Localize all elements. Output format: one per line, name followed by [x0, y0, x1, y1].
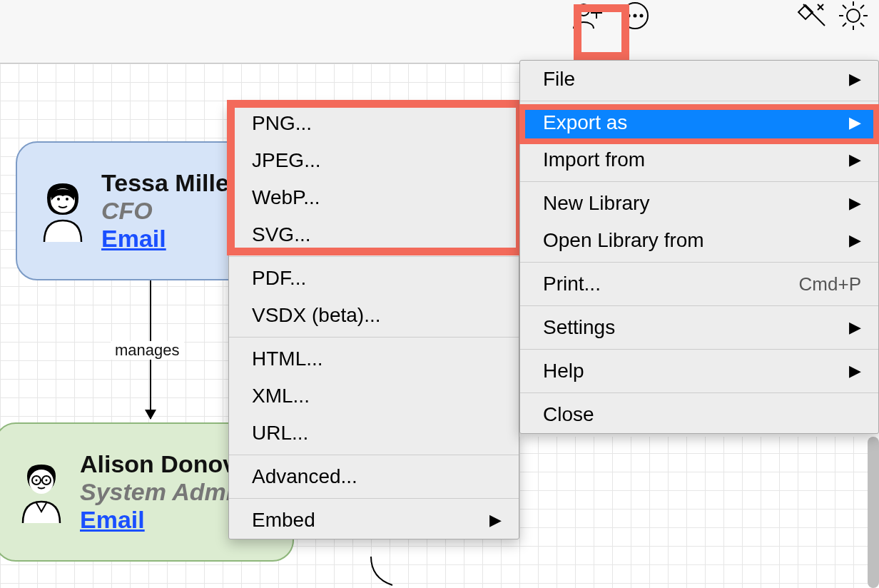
menu-label: VSDX (beta)...: [252, 304, 381, 327]
menu-label: Close: [543, 403, 594, 426]
tools-button[interactable]: [796, 0, 828, 31]
chevron-right-icon: ▶: [849, 194, 861, 213]
card-email-link[interactable]: Email: [101, 225, 238, 253]
svg-point-5: [634, 15, 636, 17]
menu-label: HTML...: [252, 348, 323, 370]
menu-label: Help: [543, 360, 584, 382]
main-menu: File ▶ Export as ▶ Import from ▶ New Lib…: [519, 60, 879, 434]
toolbar: [0, 0, 879, 63]
svg-line-18: [843, 23, 846, 26]
chevron-right-icon: ▶: [489, 511, 502, 529]
menu-label: PDF...: [252, 267, 306, 290]
menu-separator: [520, 349, 878, 350]
edge-label: manages: [111, 341, 184, 360]
svg-line-19: [860, 5, 864, 9]
menu-label: Print...: [543, 273, 601, 295]
menu-separator: [229, 337, 519, 338]
svg-point-6: [641, 15, 643, 17]
menu-item-new-library[interactable]: New Library ▶: [520, 185, 878, 222]
menu-shortcut: Cmd+P: [799, 273, 861, 295]
add-person-icon: [572, 0, 604, 31]
submenu-item-webp[interactable]: WebP...: [229, 179, 519, 216]
menu-separator: [520, 305, 878, 306]
more-button[interactable]: [619, 0, 651, 31]
svg-point-27: [36, 479, 38, 481]
menu-label: File: [543, 68, 575, 91]
submenu-item-svg[interactable]: SVG...: [229, 216, 519, 253]
add-person-button[interactable]: [572, 0, 604, 31]
menu-label: JPEG...: [252, 149, 320, 172]
menu-separator: [229, 256, 519, 257]
avatar-icon: [37, 179, 88, 243]
vertical-scrollbar[interactable]: [868, 437, 879, 588]
avatar-icon: [16, 460, 67, 524]
menu-item-help[interactable]: Help ▶: [520, 353, 878, 390]
menu-item-settings[interactable]: Settings ▶: [520, 309, 878, 346]
menu-label: URL...: [252, 422, 308, 445]
menu-label: Open Library from: [543, 229, 704, 252]
more-icon: [619, 0, 651, 31]
submenu-item-png[interactable]: PNG...: [229, 105, 519, 142]
menu-label: SVG...: [252, 223, 310, 246]
menu-label: Embed: [252, 509, 315, 532]
menu-label: XML...: [252, 385, 310, 407]
menu-label: New Library: [543, 192, 649, 215]
menu-item-file[interactable]: File ▶: [520, 61, 878, 98]
export-submenu: PNG... JPEG... WebP... SVG... PDF... VSD…: [228, 104, 519, 539]
menu-separator: [520, 262, 878, 263]
menu-separator: [229, 455, 519, 455]
menu-item-print[interactable]: Print... Cmd+P: [520, 265, 878, 303]
submenu-item-pdf[interactable]: PDF...: [229, 260, 519, 297]
menu-separator: [520, 181, 878, 182]
submenu-item-xml[interactable]: XML...: [229, 377, 519, 415]
svg-point-21: [57, 198, 60, 201]
svg-line-16: [843, 5, 846, 9]
menu-label: PNG...: [252, 112, 312, 135]
svg-point-11: [847, 9, 860, 22]
connector-curve: [342, 557, 428, 588]
menu-label: WebP...: [252, 186, 320, 209]
submenu-item-embed[interactable]: Embed ▶: [229, 502, 519, 539]
chevron-right-icon: ▶: [849, 70, 861, 88]
sun-icon: [838, 0, 869, 31]
svg-point-22: [66, 198, 68, 201]
submenu-item-html[interactable]: HTML...: [229, 340, 519, 377]
menu-label: Settings: [543, 316, 615, 339]
submenu-item-jpeg[interactable]: JPEG...: [229, 142, 519, 179]
chevron-right-icon: ▶: [849, 151, 861, 169]
svg-point-28: [46, 479, 48, 481]
menu-separator: [520, 392, 878, 393]
menu-label: Advanced...: [252, 465, 357, 488]
menu-separator: [520, 101, 878, 101]
svg-point-0: [578, 4, 589, 16]
svg-point-4: [628, 15, 630, 17]
magic-wand-icon: [796, 0, 828, 31]
theme-button[interactable]: [838, 0, 869, 31]
menu-separator: [229, 498, 519, 499]
submenu-item-advanced[interactable]: Advanced...: [229, 458, 519, 495]
menu-item-open-library-from[interactable]: Open Library from ▶: [520, 222, 878, 259]
submenu-item-vsdx[interactable]: VSDX (beta)...: [229, 297, 519, 334]
chevron-right-icon: ▶: [849, 231, 861, 250]
submenu-item-url[interactable]: URL...: [229, 415, 519, 452]
menu-item-close[interactable]: Close: [520, 396, 878, 433]
chevron-right-icon: ▶: [849, 362, 861, 380]
menu-item-import-from[interactable]: Import from ▶: [520, 141, 878, 178]
card-role: CFO: [101, 197, 238, 225]
menu-item-export-as[interactable]: Export as ▶: [520, 104, 878, 141]
svg-line-17: [860, 23, 864, 26]
chevron-right-icon: ▶: [849, 318, 861, 337]
card-name: Tessa Miller: [101, 169, 238, 197]
chevron-right-icon: ▶: [849, 113, 861, 132]
menu-label: Import from: [543, 148, 645, 171]
menu-label: Export as: [543, 111, 627, 134]
